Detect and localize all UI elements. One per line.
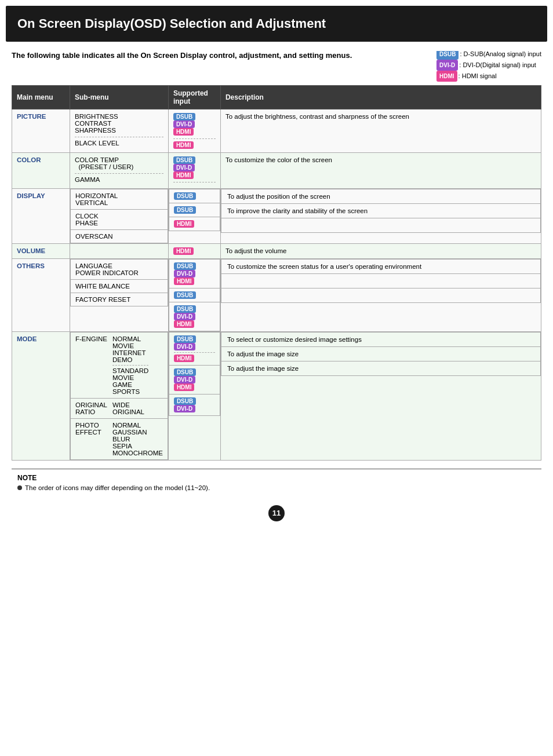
note-section: NOTE The order of icons may differ depen… [12, 469, 541, 496]
legend: DSUB: D-SUB(Analog signal) input DVI-D: … [436, 51, 541, 82]
dsub-badge: DSUB [436, 51, 459, 60]
main-menu-volume: VOLUME [12, 244, 70, 259]
table-header-row: Main menu Sub-menu Supported input Descr… [12, 86, 541, 109]
sub-menu-picture: BRIGHTNESS CONTRAST SHARPNESS BLACK LEVE… [70, 109, 169, 153]
table-row-others: OTHERS LANGUAGE POWER INDICATOR [12, 259, 541, 332]
table-row-display: DISPLAY HORIZONTAL VERTICAL [12, 189, 541, 244]
sub-menu-color: COLOR TEMP (PRESET / USER) GAMMA [70, 153, 169, 189]
supported-picture: DSUB DVI-D HDMI HDMI [168, 109, 220, 153]
page-number: 11 [12, 505, 541, 521]
intro-section: DSUB: D-SUB(Analog signal) input DVI-D: … [6, 51, 547, 521]
col-header-description: Description [220, 86, 541, 109]
main-menu-mode: MODE [12, 332, 70, 461]
hdmi-badge: HDMI [436, 71, 457, 82]
dvid-badge: DVI-D [436, 60, 458, 71]
sub-menu-mode: F-ENGINE NORMAL MOVIE INTERNET DEMO [70, 332, 169, 461]
sub-group-picture-1: BRIGHTNESS CONTRAST SHARPNESS [75, 113, 163, 137]
supported-color: DSUB DVI-D HDMI [168, 153, 220, 189]
main-menu-others: OTHERS [12, 259, 70, 332]
col-header-sub: Sub-menu [70, 86, 169, 109]
sub-group-picture-2: BLACK LEVEL [75, 140, 163, 147]
main-menu-picture: PICTURE [12, 109, 70, 153]
description-mode: To select or customize desired image set… [220, 332, 541, 461]
col-header-main: Main menu [12, 86, 70, 109]
sub-menu-others: LANGUAGE POWER INDICATOR WHITE BALANCE [70, 259, 169, 332]
description-volume: To adjust the volume [220, 244, 541, 259]
supported-display: DSUB DSUB HDMI [168, 189, 220, 244]
table-row-mode: MODE F-ENGINE NORMAL [12, 332, 541, 461]
osd-table: Main menu Sub-menu Supported input Descr… [12, 85, 541, 461]
table-row-volume: VOLUME HDMI To adjust the volume [12, 244, 541, 259]
supported-others: DSUB DVI-D HDMI DSUB [168, 259, 220, 332]
note-bullet-icon [17, 485, 22, 490]
supported-volume: HDMI [168, 244, 220, 259]
description-picture: To adjust the brightness, contrast and s… [220, 109, 541, 153]
supported-mode: DSUB DVI-D HDMI DSUB [168, 332, 220, 461]
main-menu-color: COLOR [12, 153, 70, 189]
table-row-picture: PICTURE BRIGHTNESS CONTRAST SHARPNESS BL… [12, 109, 541, 153]
main-menu-display: DISPLAY [12, 189, 70, 244]
note-title: NOTE [17, 474, 536, 482]
description-color: To customize the color of the screen [220, 153, 541, 189]
description-others: To customize the screen status for a use… [220, 259, 541, 332]
sub-menu-volume [70, 244, 169, 259]
col-header-supported: Supported input [168, 86, 220, 109]
sub-menu-display: HORIZONTAL VERTICAL CLOCK PHASE [70, 189, 169, 244]
description-display: To adjust the position of the screen To … [220, 189, 541, 244]
page-title: On Screen Display(OSD) Selection and Adj… [6, 6, 547, 42]
table-row-color: COLOR COLOR TEMP (PRESET / USER) GAMMA D… [12, 153, 541, 189]
note-text: The order of icons may differ depending … [17, 484, 536, 491]
page: On Screen Display(OSD) Selection and Adj… [0, 0, 553, 756]
